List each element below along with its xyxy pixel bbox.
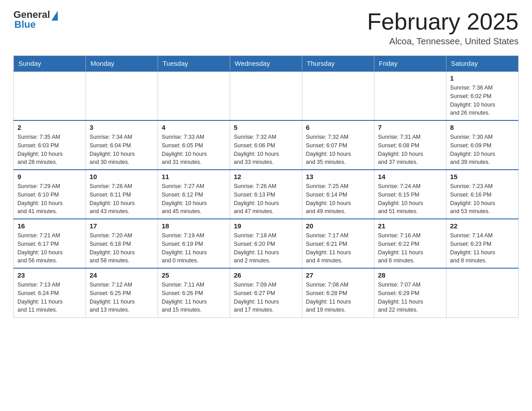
day-info: Sunrise: 7:32 AM Sunset: 6:07 PM Dayligh…: [306, 133, 370, 167]
calendar-cell: [446, 268, 519, 317]
calendar-cell: 23Sunrise: 7:13 AM Sunset: 6:24 PM Dayli…: [14, 268, 86, 317]
day-number: 8: [450, 124, 515, 131]
day-info: Sunrise: 7:25 AM Sunset: 6:14 PM Dayligh…: [306, 182, 370, 216]
day-header-thursday: Thursday: [302, 56, 374, 72]
logo-triangle-icon: [51, 11, 58, 21]
calendar-cell: 28Sunrise: 7:07 AM Sunset: 6:29 PM Dayli…: [374, 268, 446, 317]
week-row-3: 9Sunrise: 7:29 AM Sunset: 6:10 PM Daylig…: [14, 170, 519, 219]
day-number: 18: [162, 222, 226, 230]
day-header-sunday: Sunday: [14, 56, 86, 72]
day-number: 11: [162, 173, 226, 180]
day-info: Sunrise: 7:12 AM Sunset: 6:25 PM Dayligh…: [90, 281, 154, 314]
day-number: 13: [306, 173, 370, 180]
day-info: Sunrise: 7:32 AM Sunset: 6:06 PM Dayligh…: [234, 133, 298, 167]
calendar-cell: 12Sunrise: 7:26 AM Sunset: 6:13 PM Dayli…: [230, 170, 302, 219]
day-number: 12: [234, 173, 298, 180]
day-info: Sunrise: 7:24 AM Sunset: 6:15 PM Dayligh…: [378, 182, 442, 216]
day-info: Sunrise: 7:07 AM Sunset: 6:29 PM Dayligh…: [378, 281, 442, 314]
logo: General Blue: [13, 9, 58, 30]
calendar-cell: 17Sunrise: 7:20 AM Sunset: 6:18 PM Dayli…: [86, 219, 158, 268]
week-row-2: 2Sunrise: 7:35 AM Sunset: 6:03 PM Daylig…: [14, 120, 519, 170]
day-number: 25: [162, 271, 226, 279]
calendar-cell: 13Sunrise: 7:25 AM Sunset: 6:14 PM Dayli…: [302, 170, 374, 219]
calendar-cell: 26Sunrise: 7:09 AM Sunset: 6:27 PM Dayli…: [230, 268, 302, 317]
day-number: 21: [378, 222, 442, 230]
day-info: Sunrise: 7:08 AM Sunset: 6:28 PM Dayligh…: [306, 281, 370, 314]
day-number: 9: [17, 173, 82, 180]
day-number: 10: [90, 173, 154, 180]
day-header-tuesday: Tuesday: [158, 56, 230, 72]
day-number: 2: [17, 124, 82, 131]
day-info: Sunrise: 7:35 AM Sunset: 6:03 PM Dayligh…: [17, 133, 82, 167]
calendar-cell: 7Sunrise: 7:31 AM Sunset: 6:08 PM Daylig…: [374, 120, 446, 170]
day-info: Sunrise: 7:14 AM Sunset: 6:23 PM Dayligh…: [450, 231, 515, 265]
day-info: Sunrise: 7:19 AM Sunset: 6:19 PM Dayligh…: [162, 231, 226, 265]
calendar-cell: 8Sunrise: 7:30 AM Sunset: 6:09 PM Daylig…: [446, 120, 519, 170]
calendar-cell: 19Sunrise: 7:18 AM Sunset: 6:20 PM Dayli…: [230, 219, 302, 268]
day-info: Sunrise: 7:36 AM Sunset: 6:02 PM Dayligh…: [450, 84, 515, 117]
calendar-cell: 15Sunrise: 7:23 AM Sunset: 6:16 PM Dayli…: [446, 170, 519, 219]
day-info: Sunrise: 7:26 AM Sunset: 6:13 PM Dayligh…: [234, 182, 298, 216]
day-info: Sunrise: 7:11 AM Sunset: 6:26 PM Dayligh…: [162, 281, 226, 314]
day-number: 23: [17, 271, 82, 279]
calendar-cell: [374, 71, 446, 120]
day-number: 6: [306, 124, 370, 131]
day-info: Sunrise: 7:28 AM Sunset: 6:11 PM Dayligh…: [90, 182, 154, 216]
day-number: 4: [162, 124, 226, 131]
calendar-cell: 27Sunrise: 7:08 AM Sunset: 6:28 PM Dayli…: [302, 268, 374, 317]
week-row-1: 1Sunrise: 7:36 AM Sunset: 6:02 PM Daylig…: [14, 71, 519, 120]
day-number: 22: [450, 222, 515, 230]
day-number: 20: [306, 222, 370, 230]
day-info: Sunrise: 7:31 AM Sunset: 6:08 PM Dayligh…: [378, 133, 442, 167]
day-header-row: SundayMondayTuesdayWednesdayThursdayFrid…: [14, 56, 519, 72]
day-number: 5: [234, 124, 298, 131]
day-info: Sunrise: 7:27 AM Sunset: 6:12 PM Dayligh…: [162, 182, 226, 216]
calendar-cell: 20Sunrise: 7:17 AM Sunset: 6:21 PM Dayli…: [302, 219, 374, 268]
day-header-wednesday: Wednesday: [230, 56, 302, 72]
calendar-cell: [14, 71, 86, 120]
day-info: Sunrise: 7:17 AM Sunset: 6:21 PM Dayligh…: [306, 231, 370, 265]
title-section: February 2025 Alcoa, Tennessee, United S…: [367, 9, 519, 47]
day-info: Sunrise: 7:34 AM Sunset: 6:04 PM Dayligh…: [90, 133, 154, 167]
week-row-5: 23Sunrise: 7:13 AM Sunset: 6:24 PM Dayli…: [14, 268, 519, 317]
calendar-cell: 16Sunrise: 7:21 AM Sunset: 6:17 PM Dayli…: [14, 219, 86, 268]
day-number: 15: [450, 173, 515, 180]
calendar-cell: [86, 71, 158, 120]
day-info: Sunrise: 7:21 AM Sunset: 6:17 PM Dayligh…: [17, 231, 82, 265]
calendar-cell: 4Sunrise: 7:33 AM Sunset: 6:05 PM Daylig…: [158, 120, 230, 170]
day-number: 16: [17, 222, 82, 230]
day-number: 24: [90, 271, 154, 279]
day-info: Sunrise: 7:33 AM Sunset: 6:05 PM Dayligh…: [162, 133, 226, 167]
day-number: 19: [234, 222, 298, 230]
calendar-cell: [302, 71, 374, 120]
calendar-cell: [158, 71, 230, 120]
day-info: Sunrise: 7:09 AM Sunset: 6:27 PM Dayligh…: [234, 281, 298, 314]
logo-blue-text: Blue: [14, 19, 36, 30]
day-number: 27: [306, 271, 370, 279]
day-header-friday: Friday: [374, 56, 446, 72]
day-info: Sunrise: 7:13 AM Sunset: 6:24 PM Dayligh…: [17, 281, 82, 314]
calendar-cell: 22Sunrise: 7:14 AM Sunset: 6:23 PM Dayli…: [446, 219, 519, 268]
calendar-cell: 10Sunrise: 7:28 AM Sunset: 6:11 PM Dayli…: [86, 170, 158, 219]
calendar-cell: 9Sunrise: 7:29 AM Sunset: 6:10 PM Daylig…: [14, 170, 86, 219]
calendar-cell: [230, 71, 302, 120]
calendar-cell: 25Sunrise: 7:11 AM Sunset: 6:26 PM Dayli…: [158, 268, 230, 317]
calendar-cell: 11Sunrise: 7:27 AM Sunset: 6:12 PM Dayli…: [158, 170, 230, 219]
day-number: 26: [234, 271, 298, 279]
calendar-table: SundayMondayTuesdayWednesdayThursdayFrid…: [13, 56, 519, 318]
calendar-cell: 2Sunrise: 7:35 AM Sunset: 6:03 PM Daylig…: [14, 120, 86, 170]
day-number: 3: [90, 124, 154, 131]
day-number: 7: [378, 124, 442, 131]
day-info: Sunrise: 7:20 AM Sunset: 6:18 PM Dayligh…: [90, 231, 154, 265]
calendar-cell: 24Sunrise: 7:12 AM Sunset: 6:25 PM Dayli…: [86, 268, 158, 317]
calendar-cell: 18Sunrise: 7:19 AM Sunset: 6:19 PM Dayli…: [158, 219, 230, 268]
calendar-cell: 21Sunrise: 7:16 AM Sunset: 6:22 PM Dayli…: [374, 219, 446, 268]
calendar-subtitle: Alcoa, Tennessee, United States: [367, 36, 519, 47]
day-number: 1: [450, 74, 515, 82]
page-header: General Blue February 2025 Alcoa, Tennes…: [13, 9, 519, 47]
day-number: 17: [90, 222, 154, 230]
calendar-cell: 1Sunrise: 7:36 AM Sunset: 6:02 PM Daylig…: [446, 71, 519, 120]
day-number: 28: [378, 271, 442, 279]
week-row-4: 16Sunrise: 7:21 AM Sunset: 6:17 PM Dayli…: [14, 219, 519, 268]
day-info: Sunrise: 7:30 AM Sunset: 6:09 PM Dayligh…: [450, 133, 515, 167]
